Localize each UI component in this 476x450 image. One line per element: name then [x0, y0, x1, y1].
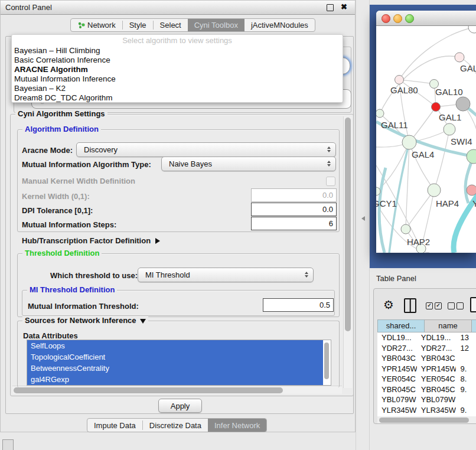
- deselect-all-checkboxes-icon[interactable]: [448, 302, 464, 309]
- tab-style[interactable]: Style: [123, 19, 153, 31]
- tab-jactivemnodules[interactable]: jActiveMNodules: [244, 19, 315, 31]
- bottom-tab-discretize-data[interactable]: Discretize Data: [143, 419, 208, 432]
- table-hscrollbar-track[interactable]: [377, 416, 476, 423]
- table-row[interactable]: YDL19...YDL19...13: [377, 332, 476, 343]
- table-column-header[interactable]: shared...: [377, 319, 425, 332]
- network-window-titlebar[interactable]: [376, 11, 476, 26]
- network-edge: [389, 142, 409, 253]
- network-node[interactable]: [444, 123, 455, 135]
- node-label: GAL10: [435, 87, 463, 97]
- select-all-checkboxes-icon[interactable]: ✓✓: [426, 302, 442, 309]
- table-row[interactable]: YLR345WYLR345W9.: [377, 405, 476, 416]
- data-attribute-item[interactable]: gal4RGexp: [27, 374, 323, 385]
- bottom-tab-impute-data[interactable]: Impute Data: [87, 419, 142, 432]
- table-cell: YBR045C: [417, 384, 457, 395]
- network-canvas[interactable]: GALGAL80GAL10GAL1GAL11SWI4GAL4GCY1HAP4YH…: [376, 26, 476, 253]
- table-cell: YDL19...: [417, 332, 457, 343]
- dropdown-item[interactable]: Dream8 DC_TDC Algorithm: [12, 93, 343, 103]
- bottom-tabbar: Impute DataDiscretize DataInfer Network: [87, 418, 267, 432]
- mi-threshold-title: MI Threshold Definition: [27, 285, 117, 294]
- dpi-tolerance-field[interactable]: 0.0: [251, 203, 337, 216]
- node-label: GAL11: [381, 120, 408, 130]
- document-icon[interactable]: [470, 297, 476, 312]
- network-node[interactable]: [456, 97, 470, 111]
- mi-type-combobox[interactable]: Naive Bayes: [161, 156, 336, 171]
- mi-steps-label: Mutual Information Steps:: [22, 220, 116, 229]
- expander-right-arrow-icon: [155, 238, 160, 244]
- network-edge: [434, 129, 449, 190]
- node-label: GAL: [460, 63, 476, 73]
- table-cell: YBR043C: [377, 353, 417, 364]
- gear-icon[interactable]: ⚙: [383, 299, 394, 311]
- dropdown-item[interactable]: Basic Correlation Inference: [12, 56, 343, 65]
- data-attribute-item[interactable]: TopologicalCoefficient: [27, 351, 323, 363]
- table-row[interactable]: YPR145WYPR145W9.: [377, 364, 476, 374]
- tab-cyni-toolbox[interactable]: Cyni Toolbox: [188, 19, 244, 31]
- table-body: YDL19...YDL19...13YDR27...YDR27...12YBR0…: [377, 332, 476, 416]
- bottom-tab-infer-network[interactable]: Infer Network: [208, 419, 266, 432]
- aracne-mode-combobox[interactable]: Discovery: [76, 142, 336, 157]
- table-row[interactable]: YDR27...YDR27...12: [377, 343, 476, 354]
- network-node[interactable]: [428, 184, 441, 197]
- kernel-width-field[interactable]: 0.0: [251, 188, 337, 202]
- settings-scrollbar-track[interactable]: [343, 116, 352, 388]
- stepper-arrows-icon: [327, 146, 331, 152]
- dpi-tolerance-label: DPI Tolerance [0,1]:: [22, 206, 93, 215]
- cyni-settings-title: Cyni Algorithm Settings: [15, 109, 107, 118]
- sources-title[interactable]: Sources for Network Inference: [22, 316, 148, 325]
- data-attribute-item[interactable]: BetweennessCentrality: [27, 363, 323, 374]
- hub-definition-expander[interactable]: Hub/Transcription Factor Definition: [22, 236, 160, 245]
- mi-threshold-field[interactable]: 0.5: [263, 298, 334, 312]
- tab-select[interactable]: Select: [154, 19, 188, 31]
- data-attributes-label: Data Attributes: [23, 331, 78, 340]
- table-row[interactable]: YBR045CYBR045C9.: [377, 384, 476, 395]
- settings-scrollbar-thumb[interactable]: [345, 118, 351, 331]
- dropdown-item[interactable]: ARACNE Algorithm: [12, 65, 343, 74]
- table-row[interactable]: YER054CYER054C8.: [377, 374, 476, 384]
- dropdown-item[interactable]: Bayesian – Hill Climbing: [12, 46, 343, 56]
- minimize-traffic-light-icon[interactable]: [393, 14, 402, 23]
- split-pane-divider[interactable]: [356, 0, 370, 450]
- network-node[interactable]: [467, 185, 476, 195]
- split-columns-icon[interactable]: [404, 298, 416, 313]
- close-window-icon[interactable]: ✖: [341, 2, 347, 11]
- table-cell: 8.: [456, 374, 476, 384]
- table-column-header[interactable]: [472, 319, 476, 332]
- dropdown-item[interactable]: Bayesian – K2: [12, 84, 343, 93]
- float-window-icon[interactable]: [327, 4, 334, 11]
- network-node[interactable]: [376, 109, 384, 118]
- table-cell: 9.: [456, 405, 476, 416]
- node-label: GCY1: [376, 198, 397, 208]
- network-node[interactable]: [402, 135, 416, 149]
- table-row[interactable]: YBR043CYBR043C: [377, 353, 476, 364]
- tab-label: Cyni Toolbox: [194, 21, 238, 30]
- divider-collapse-arrow-icon[interactable]: [361, 216, 365, 221]
- network-node[interactable]: [401, 224, 410, 234]
- tab-network[interactable]: Network: [71, 19, 122, 31]
- table-hscrollbar-thumb[interactable]: [379, 418, 469, 423]
- tab-label: jActiveMNodules: [251, 21, 308, 30]
- zoom-traffic-light-icon[interactable]: [405, 14, 414, 23]
- attributes-scrollbar-thumb[interactable]: [324, 343, 329, 379]
- table-column-header[interactable]: name: [425, 319, 472, 332]
- which-threshold-value: MI Threshold: [145, 270, 190, 279]
- network-node[interactable]: [432, 103, 441, 112]
- manual-kernel-checkbox[interactable]: [326, 177, 335, 186]
- bottom-tab-label: Infer Network: [214, 421, 260, 430]
- close-traffic-light-icon[interactable]: [382, 14, 390, 23]
- settings-hscrollbar-thumb[interactable]: [14, 387, 283, 393]
- which-threshold-combobox[interactable]: MI Threshold: [138, 268, 314, 282]
- network-node[interactable]: [468, 26, 476, 33]
- table-row[interactable]: YBL079WYBL079W: [377, 394, 476, 405]
- control-panel-title: Control Panel: [5, 3, 52, 12]
- mi-steps-field[interactable]: 6: [251, 217, 337, 230]
- table-cell: YER054C: [377, 374, 417, 384]
- network-node[interactable]: [395, 76, 404, 84]
- data-attribute-item[interactable]: SelfLoops: [27, 340, 323, 351]
- apply-button[interactable]: Apply: [158, 399, 202, 413]
- dropdown-item[interactable]: Mutual Information Inference: [12, 74, 343, 84]
- network-graph: GALGAL80GAL10GAL1GAL11SWI4GAL4GCY1HAP4YH…: [376, 26, 476, 253]
- table-cell: 13: [456, 332, 476, 343]
- network-node[interactable]: [455, 53, 464, 62]
- network-node[interactable]: [467, 149, 476, 164]
